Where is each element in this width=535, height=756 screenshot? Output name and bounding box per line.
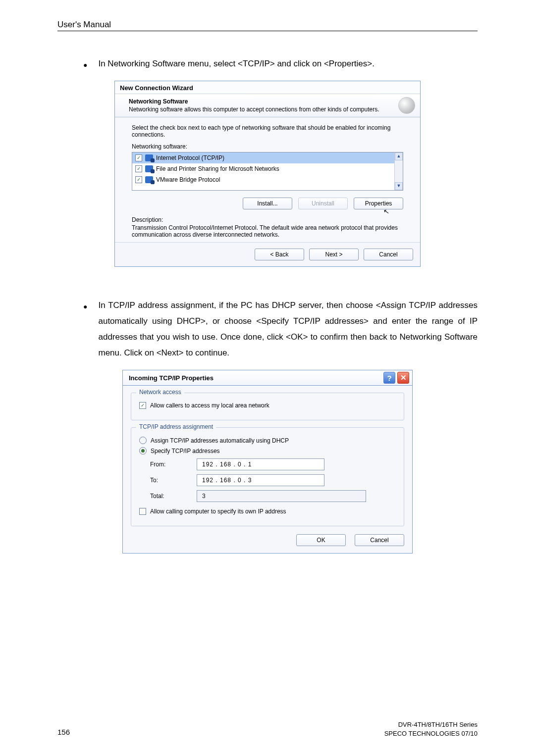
document-page: User's Manual ● In Networking Software m…	[0, 0, 535, 756]
group-legend: Network access	[136, 389, 184, 396]
footer-right: DVR-4TH/8TH/16TH Series SPECO TECHNOLOGI…	[384, 720, 478, 738]
bullet-icon: ●	[83, 298, 87, 314]
list-item-label: Internet Protocol (TCP/IP)	[156, 154, 224, 161]
checkbox-icon[interactable]: ✓	[135, 176, 142, 183]
bullet-item: ● In Networking Software menu, select <T…	[57, 56, 478, 73]
cancel-button[interactable]: Cancel	[355, 534, 404, 546]
from-label: From:	[150, 461, 188, 468]
body: ● In Networking Software menu, select <T…	[57, 31, 478, 554]
protocol-icon	[145, 154, 153, 161]
checkbox-label: Allow calling computer to specify its ow…	[150, 508, 286, 515]
scroll-down-icon[interactable]: ▼	[395, 182, 403, 190]
scroll-up-icon[interactable]: ▲	[395, 152, 403, 160]
protocol-icon	[145, 165, 153, 172]
dialog-title: Incoming TCP/IP Properties	[129, 374, 214, 382]
bullet-item: ● In TCP/IP address assignment, if the P…	[57, 298, 478, 361]
wizard-dialog: New Connection Wizard Networking Softwar…	[114, 81, 421, 267]
checkbox-icon[interactable]: ✓	[139, 508, 146, 515]
connection-icon	[398, 97, 415, 114]
radio-specify[interactable]	[139, 447, 147, 454]
close-button[interactable]: ✕	[397, 372, 409, 384]
checkbox-icon[interactable]: ✓	[135, 165, 142, 172]
total-readonly: 3	[197, 490, 366, 502]
bullet-icon: ●	[83, 56, 87, 73]
cancel-button[interactable]: Cancel	[364, 249, 413, 260]
list-item[interactable]: ✓ VMware Bridge Protocol	[132, 174, 403, 185]
page-number: 156	[57, 728, 70, 736]
group-legend: TCP/IP address assignment	[136, 423, 216, 430]
wizard-subtitle: Networking Software	[129, 98, 413, 105]
wizard-subdesc: Networking software allows this computer…	[129, 106, 413, 113]
checkbox-icon[interactable]: ✓	[135, 154, 142, 161]
radio-label: Specify TCP/IP addresses	[151, 448, 220, 454]
protocol-icon	[145, 176, 153, 183]
scrollbar[interactable]: ▲ ▼	[394, 152, 403, 190]
dialog-titlebar: Incoming TCP/IP Properties ? ✕	[122, 370, 413, 385]
page-header: User's Manual	[57, 20, 478, 31]
footer-line: SPECO TECHNOLOGIES 07/10	[384, 729, 478, 738]
radio-dhcp[interactable]	[139, 437, 147, 444]
radio-label: Assign TCP/IP addresses automatically us…	[151, 437, 289, 444]
checkbox-icon[interactable]: ✓	[139, 402, 146, 409]
properties-button[interactable]: Properties	[354, 198, 403, 209]
wizard-instruction: Select the check box next to each type o…	[132, 124, 403, 138]
to-label: To:	[150, 477, 188, 484]
footer-line: DVR-4TH/8TH/16TH Series	[384, 720, 478, 729]
from-ip-input[interactable]: 192 . 168 . 0 . 1	[197, 458, 324, 470]
to-ip-input[interactable]: 192 . 168 . 0 . 3	[197, 474, 324, 486]
description-text: Transmission Control Protocol/Internet P…	[132, 224, 403, 238]
software-label: Networking software:	[132, 143, 403, 150]
next-button[interactable]: Next >	[309, 249, 359, 260]
bullet-text: In TCP/IP address assignment, if the PC …	[98, 298, 478, 361]
back-button[interactable]: < Back	[255, 249, 304, 260]
checkbox-label: Allow callers to access my local area ne…	[150, 402, 269, 409]
wizard-subheader: Networking Software Networking software …	[115, 94, 420, 117]
wizard-title: New Connection Wizard	[115, 81, 420, 94]
list-item-label: VMware Bridge Protocol	[156, 176, 220, 183]
address-assignment-group: TCP/IP address assignment Assign TCP/IP …	[131, 427, 404, 526]
help-button[interactable]: ?	[383, 372, 395, 384]
list-item-label: File and Printer Sharing for Microsoft N…	[156, 165, 279, 172]
total-label: Total:	[150, 493, 188, 500]
uninstall-button: Uninstall	[298, 198, 348, 209]
software-listbox[interactable]: ✓ Internet Protocol (TCP/IP) ✓ File and …	[132, 152, 403, 191]
network-access-group: Network access ✓ Allow callers to access…	[131, 393, 404, 420]
list-item[interactable]: ✓ File and Printer Sharing for Microsoft…	[132, 163, 403, 174]
list-item[interactable]: ✓ Internet Protocol (TCP/IP)	[132, 152, 403, 163]
ok-button[interactable]: OK	[296, 534, 346, 546]
description-label: Description:	[132, 216, 403, 223]
bullet-text: In Networking Software menu, select <TCP…	[98, 56, 478, 72]
install-button[interactable]: Install...	[243, 198, 292, 209]
tcpip-properties-dialog: Incoming TCP/IP Properties ? ✕ Network a…	[122, 370, 413, 554]
